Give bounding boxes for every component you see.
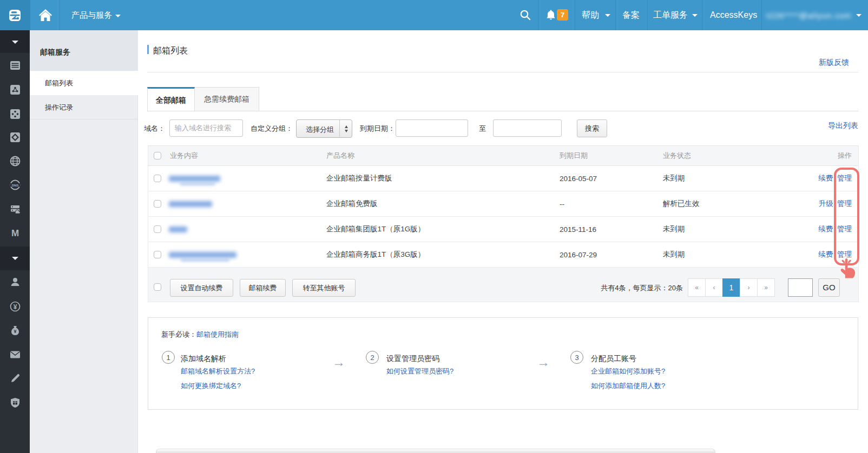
svg-text:DNS: DNS [12, 184, 19, 187]
svg-text:¥: ¥ [14, 303, 17, 311]
svg-text:¥: ¥ [14, 329, 16, 334]
svg-text:M: M [11, 228, 19, 238]
